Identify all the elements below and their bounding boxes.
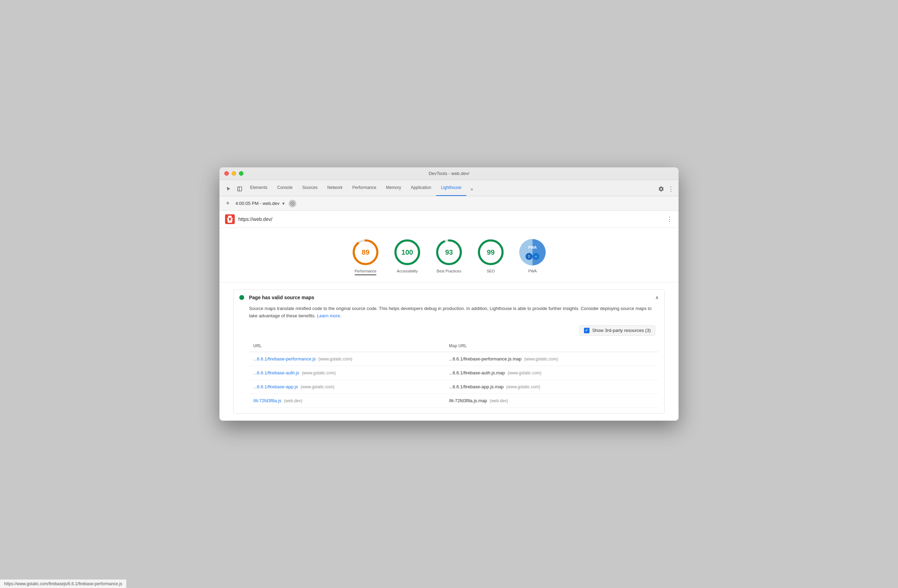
browser-window: DevTools - web.dev/ Elements Console — [220, 167, 678, 421]
svg-rect-0 — [238, 187, 242, 191]
lighthouse-url: https://web.dev/ — [238, 216, 666, 222]
audit-header[interactable]: Page has valid source maps ∧ — [234, 290, 664, 305]
session-dropdown-arrow: ▼ — [281, 202, 285, 206]
resources-table: URL Map URL ...6.6.1/firebase-performanc… — [249, 341, 659, 408]
show-third-party-label: Show 3rd-party resources (3) — [592, 328, 651, 333]
col-url-header: URL — [249, 341, 445, 352]
pwa-badge: PWA 0 + — [518, 238, 546, 266]
window-title: DevTools - web.dev/ — [429, 171, 469, 176]
tab-memory[interactable]: Memory — [381, 180, 406, 196]
score-best-practices[interactable]: 93 Best Practices — [435, 238, 463, 275]
score-value-accessibility: 100 — [401, 248, 413, 256]
svg-rect-1 — [239, 187, 240, 191]
gauge-circle-accessibility: 100 — [394, 238, 421, 266]
table-row: /lit-72fd3f8a.js (web.dev) /lit-72fd3f8a… — [249, 394, 659, 408]
table-header: URL Map URL — [249, 341, 659, 352]
third-party-row: Show 3rd-party resources (3) — [249, 325, 659, 336]
table-row: ...6.6.1/firebase-app.js (www.gstatic.co… — [249, 380, 659, 394]
svg-text:PWA: PWA — [528, 245, 537, 249]
url-cell-1[interactable]: ...6.6.1/firebase-auth.js (www.gstatic.c… — [249, 366, 445, 380]
tab-console[interactable]: Console — [272, 180, 297, 196]
settings-button[interactable] — [656, 183, 667, 194]
map-url-cell-1: ...6.6.1/firebase-auth.js.map (www.gstat… — [445, 366, 659, 380]
tabs-row: Elements Console Sources Network Perform… — [220, 180, 678, 196]
tab-lighthouse[interactable]: Lighthouse — [436, 180, 466, 196]
gauge-label-performance: Performance — [355, 269, 377, 275]
gauge-circle-seo: 99 — [477, 238, 504, 266]
close-button[interactable] — [224, 171, 229, 176]
table-row: ...6.6.1/firebase-auth.js (www.gstatic.c… — [249, 366, 659, 380]
tab-network[interactable]: Network — [322, 180, 348, 196]
main-content: Page has valid source maps ∧ Source maps… — [220, 283, 678, 421]
map-url-cell-0: ...6.6.1/firebase-performance.js.map (ww… — [445, 352, 659, 366]
gauge-label-pwa: PWA — [528, 269, 537, 273]
gauge-label-best-practices: Best Practices — [437, 269, 461, 273]
url-cell-2[interactable]: ...6.6.1/firebase-app.js (www.gstatic.co… — [249, 380, 445, 394]
learn-more-link[interactable]: Learn more — [317, 313, 340, 319]
map-url-cell-2: ...6.6.1/firebase-app.js.map (www.gstati… — [445, 380, 659, 394]
audit-collapse-icon[interactable]: ∧ — [655, 295, 659, 300]
score-value-best-practices: 93 — [445, 248, 453, 256]
url-cell-3[interactable]: /lit-72fd3f8a.js (web.dev) — [249, 394, 445, 408]
gauge-label-seo: SEO — [487, 269, 495, 273]
url-cell-0[interactable]: ...6.6.1/firebase-performance.js (www.gs… — [249, 352, 445, 366]
svg-rect-5 — [228, 216, 232, 218]
score-performance[interactable]: 89 Performance — [352, 238, 380, 275]
svg-marker-7 — [229, 218, 231, 220]
gauge-circle-best-practices: 93 — [435, 238, 463, 266]
tab-sources[interactable]: Sources — [297, 180, 322, 196]
audit-title: Page has valid source maps — [249, 295, 655, 300]
minimize-button[interactable] — [232, 171, 236, 176]
svg-line-3 — [291, 203, 294, 205]
svg-text:+: + — [535, 255, 537, 259]
tab-elements[interactable]: Elements — [245, 180, 272, 196]
score-accessibility[interactable]: 100 Accessibility — [394, 238, 421, 275]
audit-description: Source maps translate minified code to t… — [249, 305, 659, 320]
gauge-circle-performance: 89 — [352, 238, 380, 266]
lighthouse-logo-icon — [225, 214, 235, 224]
gauge-label-accessibility: Accessibility — [397, 269, 418, 273]
session-selector[interactable]: 4:00:05 PM - web.dev ▼ — [235, 201, 285, 206]
show-third-party-checkbox[interactable] — [584, 328, 589, 333]
table-row: ...6.6.1/firebase-performance.js (www.gs… — [249, 352, 659, 366]
score-value-performance: 89 — [362, 248, 369, 256]
more-options-button[interactable]: ⋮ — [667, 183, 675, 194]
status-bar: https://www.gstatic.com/firebasejs/6.6.1… — [0, 579, 126, 588]
tab-performance[interactable]: Performance — [348, 180, 381, 196]
audit-source-maps: Page has valid source maps ∧ Source maps… — [234, 289, 664, 414]
scores-row: 89 Performance 100 Accessibility — [220, 228, 678, 283]
col-map-url-header: Map URL — [445, 341, 659, 352]
maximize-button[interactable] — [239, 171, 243, 176]
status-bar-url: https://www.gstatic.com/firebasejs/6.6.1… — [4, 581, 122, 586]
audit-body: Source maps translate minified code to t… — [234, 305, 664, 413]
more-tabs-button[interactable]: » — [466, 183, 478, 194]
audit-pass-indicator — [239, 295, 244, 300]
tab-application[interactable]: Application — [406, 180, 436, 196]
score-seo[interactable]: 99 SEO — [477, 238, 504, 275]
session-time: 4:00:05 PM - web.dev — [235, 201, 279, 206]
traffic-lights — [224, 171, 243, 176]
panel-toggle-button[interactable] — [234, 183, 245, 194]
add-session-button[interactable]: + — [224, 199, 232, 208]
score-pwa[interactable]: PWA 0 + PWA — [518, 238, 546, 275]
show-third-party-checkbox-label[interactable]: Show 3rd-party resources (3) — [580, 325, 655, 336]
lighthouse-header: https://web.dev/ ⋮ — [220, 211, 678, 228]
score-value-seo: 99 — [487, 248, 495, 256]
svg-text:0: 0 — [528, 255, 530, 259]
map-url-cell-3: /lit-72fd3f8a.js.map (web.dev) — [445, 394, 659, 408]
cursor-icon-button[interactable] — [223, 183, 234, 194]
devtools-toolbar: Elements Console Sources Network Perform… — [220, 180, 678, 196]
title-bar: DevTools - web.dev/ — [220, 167, 678, 180]
lighthouse-more-button[interactable]: ⋮ — [666, 215, 673, 223]
url-bar-row: + 4:00:05 PM - web.dev ▼ — [220, 196, 678, 211]
record-button[interactable] — [289, 200, 296, 207]
